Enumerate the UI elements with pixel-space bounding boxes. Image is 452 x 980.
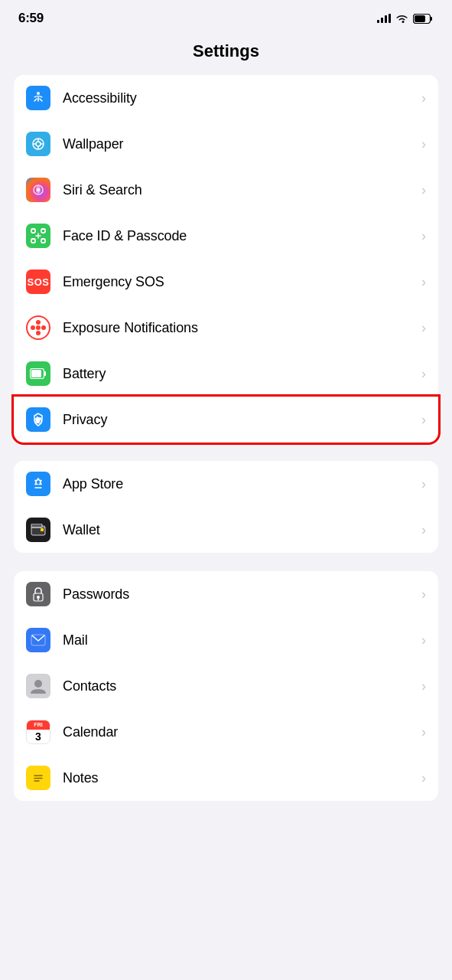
sos-text: SOS: [28, 276, 50, 288]
passwords-label: Passwords: [63, 586, 415, 603]
wallet-icon: [26, 518, 50, 542]
exposure-icon: [26, 315, 50, 340]
appstore-chevron: ›: [421, 476, 426, 492]
accessibility-icon: [26, 86, 50, 110]
siri-chevron: ›: [421, 182, 426, 198]
accessibility-chevron: ›: [421, 90, 426, 106]
svg-rect-25: [31, 524, 42, 528]
svg-rect-13: [31, 229, 35, 233]
settings-group-2: App Store › Wallet ›: [14, 461, 438, 553]
faceid-label: Face ID & Passcode: [63, 228, 415, 244]
exposure-chevron: ›: [421, 320, 426, 336]
contacts-icon: [26, 674, 50, 698]
battery-chevron: ›: [421, 366, 426, 382]
settings-item-battery[interactable]: Battery ›: [14, 351, 438, 397]
svg-point-12: [37, 188, 40, 191]
settings-item-mail[interactable]: Mail ›: [14, 617, 438, 663]
sos-chevron: ›: [421, 274, 426, 290]
notes-label: Notes: [63, 770, 415, 786]
privacy-label: Privacy: [63, 412, 415, 428]
page-title: Settings: [0, 32, 452, 75]
battery-status-icon: [413, 14, 434, 24]
calendar-label: Calendar: [63, 724, 415, 740]
settings-group-1: Accessibility › Wallpaper › Siri &: [14, 75, 438, 443]
calendar-icon: FRI 3: [26, 720, 50, 744]
wallpaper-label: Wallpaper: [63, 136, 415, 152]
wallpaper-icon: [26, 132, 50, 156]
settings-item-faceid[interactable]: Face ID & Passcode ›: [14, 213, 438, 259]
battery-label: Battery: [63, 366, 415, 382]
status-time: 6:59: [18, 11, 44, 26]
exposure-label: Exposure Notifications: [63, 320, 415, 336]
notes-icon: [26, 766, 50, 790]
settings-item-exposure[interactable]: Exposure Notifications ›: [14, 305, 438, 351]
settings-item-passwords[interactable]: Passwords ›: [14, 571, 438, 617]
status-icons: [377, 14, 434, 24]
settings-item-privacy[interactable]: Privacy ›: [14, 397, 438, 443]
svg-point-33: [34, 680, 42, 688]
svg-rect-14: [41, 229, 45, 233]
settings-item-appstore[interactable]: App Store ›: [14, 461, 438, 507]
settings-item-wallpaper[interactable]: Wallpaper ›: [14, 121, 438, 167]
sos-icon: SOS: [26, 270, 50, 294]
appstore-label: App Store: [63, 476, 415, 492]
svg-rect-2: [415, 15, 425, 22]
svg-point-3: [37, 92, 40, 95]
battery-icon: [26, 361, 50, 386]
settings-item-accessibility[interactable]: Accessibility ›: [14, 75, 438, 121]
passwords-chevron: ›: [421, 586, 426, 603]
svg-rect-1: [431, 17, 433, 21]
settings-item-contacts[interactable]: Contacts ›: [14, 663, 438, 709]
mail-label: Mail: [63, 632, 415, 648]
svg-point-29: [37, 596, 40, 599]
mail-chevron: ›: [421, 632, 426, 648]
privacy-icon: [26, 407, 50, 432]
contacts-label: Contacts: [63, 678, 415, 694]
calendar-chevron: ›: [421, 724, 426, 740]
sos-label: Emergency SOS: [63, 274, 415, 290]
appstore-icon: [26, 472, 50, 496]
settings-group-3: Passwords › Mail › Contacts › FRI 3: [14, 571, 438, 801]
wallpaper-chevron: ›: [421, 136, 426, 152]
settings-item-wallet[interactable]: Wallet ›: [14, 507, 438, 553]
passwords-icon: [26, 582, 50, 606]
status-bar: 6:59: [0, 0, 452, 32]
settings-item-calendar[interactable]: FRI 3 Calendar ›: [14, 709, 438, 755]
notes-chevron: ›: [421, 770, 426, 786]
wallet-chevron: ›: [421, 522, 426, 538]
accessibility-label: Accessibility: [63, 90, 415, 106]
settings-item-sos[interactable]: SOS Emergency SOS ›: [14, 259, 438, 305]
svg-rect-16: [41, 239, 45, 243]
contacts-chevron: ›: [421, 678, 426, 694]
svg-rect-26: [41, 528, 44, 531]
settings-item-notes[interactable]: Notes ›: [14, 755, 438, 801]
svg-rect-15: [31, 239, 35, 243]
siri-label: Siri & Search: [63, 182, 415, 198]
siri-icon: [26, 178, 50, 202]
privacy-chevron: ›: [421, 412, 426, 428]
settings-item-siri[interactable]: Siri & Search ›: [14, 167, 438, 213]
mail-icon: [26, 628, 50, 652]
svg-rect-20: [44, 371, 47, 376]
svg-point-5: [36, 142, 41, 146]
faceid-chevron: ›: [421, 228, 426, 244]
signal-icon: [377, 14, 391, 23]
wifi-icon: [395, 14, 408, 24]
wallet-label: Wallet: [63, 522, 415, 538]
faceid-icon: [26, 224, 50, 248]
svg-rect-21: [31, 370, 41, 377]
